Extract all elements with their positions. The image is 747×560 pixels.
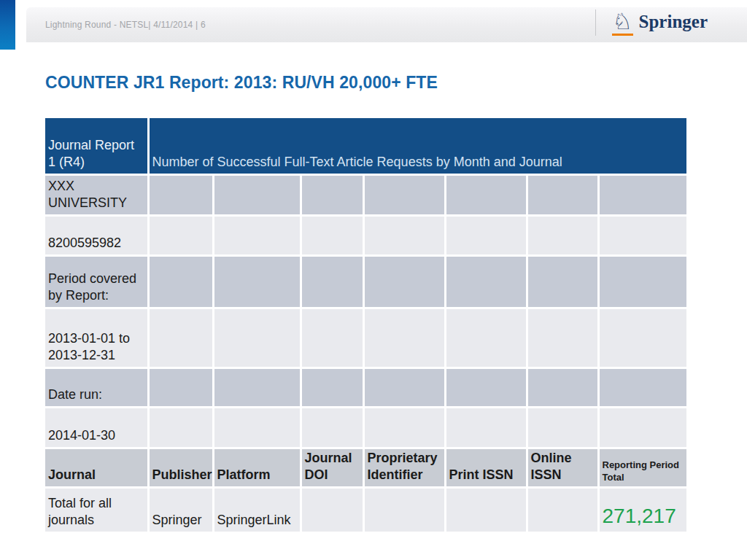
col-header-publisher: Publisher [148, 448, 213, 487]
col-header-proprietary-identifier: Proprietary Identifier [363, 448, 445, 487]
empty-cell [598, 215, 687, 255]
empty-cell [527, 174, 598, 215]
logo-orange-underline [612, 34, 633, 36]
presentation-slide: Lightning Round - NETSL| 4/11/2014 | 6 ♘… [0, 0, 747, 560]
empty-cell [445, 407, 527, 448]
empty-cell [598, 407, 687, 448]
empty-cell [527, 407, 598, 448]
springer-logo: ♘ Springer [595, 9, 708, 36]
empty-cell [363, 215, 445, 255]
empty-cell [301, 174, 363, 215]
empty-cell [148, 255, 213, 308]
totals-row: Total for all journals Springer Springer… [45, 487, 687, 532]
empty-cell [363, 255, 445, 308]
empty-cell [213, 368, 301, 407]
empty-cell [148, 308, 213, 368]
empty-cell [301, 308, 363, 368]
total-publisher-cell: Springer [148, 487, 213, 532]
empty-cell [598, 174, 687, 215]
empty-cell [445, 215, 527, 255]
empty-cell [598, 255, 687, 308]
slide-title: COUNTER JR1 Report: 2013: RU/VH 20,000+ … [45, 73, 438, 93]
col-header-journal: Journal [45, 448, 148, 487]
blue-accent-bar [0, 0, 15, 50]
empty-cell [213, 308, 301, 368]
slide-footer-text: Lightning Round - NETSL| 4/11/2014 | 6 [45, 20, 206, 30]
column-header-row: Journal Publisher Platform Journal DOI P… [45, 448, 687, 487]
empty-cell [363, 308, 445, 368]
empty-cell [301, 368, 363, 407]
empty-cell [213, 255, 301, 308]
empty-cell [213, 407, 301, 448]
empty-cell [363, 407, 445, 448]
table-row: Date run: [45, 368, 687, 407]
total-journal-cell: Total for all journals [45, 487, 148, 532]
logo-wordmark: Springer [639, 12, 708, 34]
period-label-cell: Period covered by Report: [45, 255, 148, 308]
date-run-label-cell: Date run: [45, 368, 148, 407]
empty-cell [445, 255, 527, 308]
chess-knight-icon: ♘ [612, 10, 633, 36]
col-header-online-issn: Online ISSN [527, 448, 598, 487]
empty-cell [527, 368, 598, 407]
table-row: Period covered by Report: [45, 255, 687, 308]
empty-cell [148, 407, 213, 448]
table-row: 2014-01-30 [45, 407, 687, 448]
empty-cell [527, 308, 598, 368]
institution-cell: XXX UNIVERSITY [45, 174, 148, 215]
empty-cell [148, 368, 213, 407]
total-journal-doi-cell [301, 487, 363, 532]
empty-cell [213, 174, 301, 215]
report-description-cell: Number of Successful Full-Text Article R… [148, 118, 687, 174]
col-header-journal-doi: Journal DOI [301, 448, 363, 487]
reporting-period-total-value: 271,217 [598, 487, 687, 532]
empty-cell [301, 215, 363, 255]
date-run-value-cell: 2014-01-30 [45, 407, 148, 448]
report-header-row: Journal Report 1 (R4) Number of Successf… [45, 118, 687, 174]
col-header-platform: Platform [213, 448, 301, 487]
empty-cell [445, 308, 527, 368]
counter-jr1-report-table: Journal Report 1 (R4) Number of Successf… [45, 118, 689, 534]
empty-cell [527, 255, 598, 308]
total-print-issn-cell [445, 487, 527, 532]
total-proprietary-identifier-cell [363, 487, 445, 532]
col-header-print-issn: Print ISSN [445, 448, 527, 487]
report-name-cell: Journal Report 1 (R4) [45, 118, 148, 174]
period-value-cell: 2013-01-01 to 2013-12-31 [45, 308, 148, 368]
empty-cell [148, 174, 213, 215]
empty-cell [445, 368, 527, 407]
account-number-cell: 8200595982 [45, 215, 148, 255]
empty-cell [301, 255, 363, 308]
empty-cell [527, 215, 598, 255]
empty-cell [301, 407, 363, 448]
empty-cell [598, 368, 687, 407]
empty-cell [598, 308, 687, 368]
table-row: 2013-01-01 to 2013-12-31 [45, 308, 687, 368]
empty-cell [148, 215, 213, 255]
total-platform-cell: SpringerLink [213, 487, 301, 532]
logo-divider [595, 9, 596, 36]
total-online-issn-cell [527, 487, 598, 532]
table-row: 8200595982 [45, 215, 687, 255]
table-row: XXX UNIVERSITY [45, 174, 687, 215]
empty-cell [363, 174, 445, 215]
empty-cell [445, 174, 527, 215]
empty-cell [363, 368, 445, 407]
col-header-reporting-period-total: Reporting Period Total [598, 448, 687, 487]
empty-cell [213, 215, 301, 255]
